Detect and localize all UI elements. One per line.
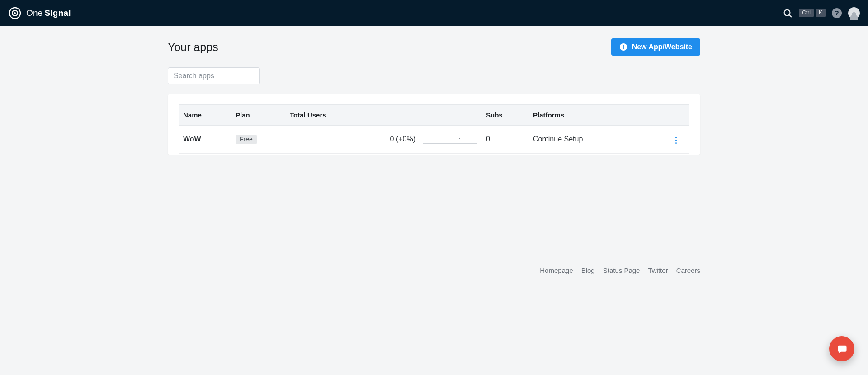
footer-link-homepage[interactable]: Homepage [540,267,573,274]
brand-word-signal: Signal [45,8,71,18]
subs-value: 0 [486,135,490,143]
th-name: Name [179,105,231,126]
nav-right: Ctrl K ? [783,7,860,19]
help-icon[interactable]: ? [832,8,842,18]
plan-badge: Free [236,135,257,144]
app-name: WoW [183,135,201,143]
onesignal-logo-icon [8,6,22,20]
th-actions [662,105,689,126]
table-row[interactable]: WoW Free 0 (+0%) 0 Continue Setup [179,126,689,154]
th-subs: Subs [481,105,528,126]
new-app-button-label: New App/Website [632,43,692,51]
top-nav: OneSignal Ctrl K ? [0,0,868,26]
svg-rect-7 [621,47,625,47]
total-users-value: 0 (+0%) [390,135,415,143]
apps-card: Name Plan Total Users Subs Platforms WoW… [168,94,700,155]
th-total-users: Total Users [285,105,481,126]
page-header: Your apps New App/Website [168,38,700,56]
kebab-icon [675,137,677,144]
brand-word-one: One [26,8,43,18]
page: Your apps New App/Website Name Plan Tota… [168,26,700,274]
th-platforms: Platforms [528,105,662,126]
new-app-button[interactable]: New App/Website [611,38,700,56]
kbd-ctrl: Ctrl [799,9,814,17]
row-actions-button[interactable] [670,134,682,147]
avatar[interactable] [848,7,860,19]
th-plan: Plan [231,105,285,126]
svg-point-2 [14,12,16,14]
footer-link-statuspage[interactable]: Status Page [603,267,640,274]
page-title: Your apps [168,41,218,54]
footer-link-twitter[interactable]: Twitter [648,267,668,274]
apps-table: Name Plan Total Users Subs Platforms WoW… [179,104,689,154]
footer-link-careers[interactable]: Careers [676,267,700,274]
chat-icon [836,343,848,355]
footer-links: Homepage Blog Status Page Twitter Career… [168,267,700,274]
chat-fab[interactable] [829,336,854,361]
svg-line-4 [789,14,791,16]
footer-link-blog[interactable]: Blog [581,267,595,274]
plus-circle-icon [619,43,627,51]
search-icon[interactable] [783,8,793,18]
kbd-shortcut: Ctrl K [799,9,826,17]
platforms-value[interactable]: Continue Setup [533,135,583,143]
brand[interactable]: OneSignal [8,6,71,20]
kbd-k: K [816,9,826,17]
sparkline-icon [423,135,477,144]
search-apps-input[interactable] [168,67,260,84]
